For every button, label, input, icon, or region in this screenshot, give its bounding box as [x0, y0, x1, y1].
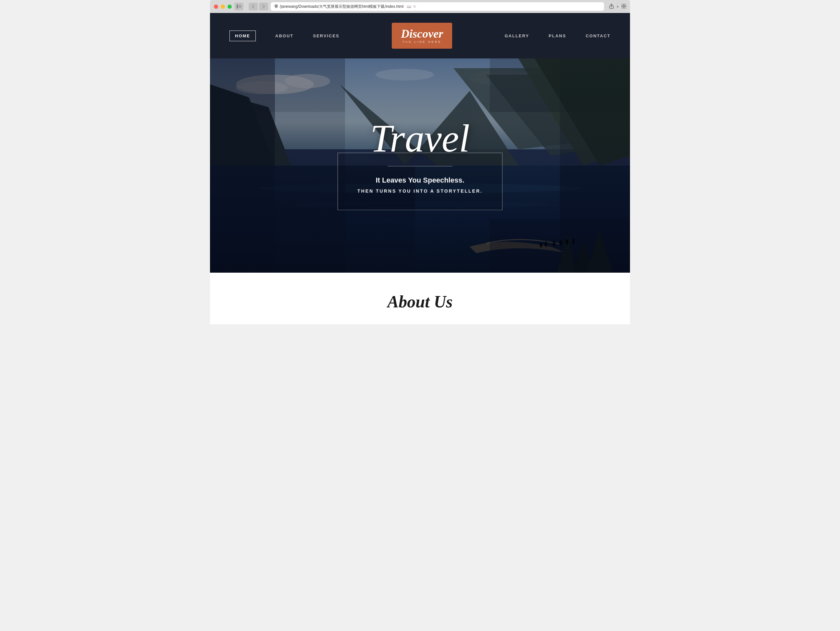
- nav-about[interactable]: ABOUT: [275, 33, 294, 38]
- nav-contact[interactable]: CONTACT: [586, 33, 611, 38]
- close-button[interactable]: [214, 5, 218, 9]
- hero-tagline: THEN TURNS YOU INTO A STORYTELLER.: [357, 189, 483, 194]
- svg-point-52: [573, 238, 575, 244]
- nav-plans[interactable]: PLANS: [548, 33, 566, 38]
- hero-divider: [388, 166, 452, 167]
- tab-overview-icon[interactable]: [622, 4, 626, 9]
- svg-rect-3: [239, 7, 241, 8]
- hero-text-box: It Leaves You Speechless. THEN TURNS YOU…: [338, 153, 502, 210]
- minimize-button[interactable]: [221, 5, 225, 9]
- fullscreen-button[interactable]: [227, 5, 232, 9]
- hero-section: Travel It Leaves You Speechless. THEN TU…: [210, 58, 630, 273]
- about-section: About Us: [210, 273, 630, 324]
- svg-rect-2: [239, 6, 241, 7]
- refresh-icon[interactable]: ↻: [413, 5, 416, 9]
- svg-point-51: [566, 239, 568, 245]
- svg-rect-1: [239, 5, 241, 6]
- svg-point-48: [545, 241, 547, 247]
- share-icon[interactable]: [609, 3, 614, 10]
- browser-window: /janewang/Downloads/大气宽屏展示型旅游网页html模板下载/…: [210, 0, 630, 324]
- about-title: About Us: [223, 292, 617, 311]
- svg-rect-8: [624, 6, 626, 8]
- nav-left: HOME ABOUT SERVICES: [229, 30, 339, 41]
- nav-services[interactable]: SERVICES: [313, 33, 339, 38]
- browser-nav-buttons: [249, 3, 268, 10]
- hero-title: Travel: [338, 121, 502, 156]
- browser-titlebar: /janewang/Downloads/大气宽屏展示型旅游网页html模板下载/…: [210, 0, 630, 13]
- svg-rect-5: [622, 4, 624, 6]
- hero-subtitle: It Leaves You Speechless.: [357, 176, 483, 185]
- svg-point-47: [540, 243, 542, 248]
- svg-rect-6: [624, 4, 626, 6]
- reader-mode-icon[interactable]: 📖: [407, 5, 411, 9]
- security-icon: [275, 4, 278, 9]
- address-bar[interactable]: /janewang/Downloads/大气宽屏展示型旅游网页html模板下载/…: [271, 2, 604, 11]
- nav-home[interactable]: HOME: [229, 30, 256, 41]
- sidebar-toggle-icon[interactable]: [234, 3, 243, 10]
- logo-title: Discover: [401, 28, 443, 39]
- website-content: HOME ABOUT SERVICES Discover TAG LINE HE…: [210, 13, 630, 324]
- svg-point-49: [553, 241, 555, 246]
- back-button[interactable]: [249, 3, 258, 10]
- svg-rect-0: [237, 5, 238, 8]
- svg-rect-7: [622, 6, 624, 8]
- browser-right-icons: +: [609, 3, 626, 10]
- navbar: HOME ABOUT SERVICES Discover TAG LINE HE…: [210, 13, 630, 58]
- logo[interactable]: Discover TAG LINE HERE: [392, 23, 452, 49]
- nav-right: GALLERY PLANS CONTACT: [505, 33, 611, 38]
- hero-content: Travel It Leaves You Speechless. THEN TU…: [338, 121, 502, 210]
- svg-point-50: [559, 240, 562, 246]
- nav-gallery[interactable]: GALLERY: [505, 33, 529, 38]
- forward-button[interactable]: [259, 3, 268, 10]
- logo-tagline: TAG LINE HERE: [401, 40, 443, 44]
- new-tab-icon[interactable]: +: [616, 4, 619, 9]
- url-text: /janewang/Downloads/大气宽屏展示型旅游网页html模板下载/…: [280, 4, 403, 9]
